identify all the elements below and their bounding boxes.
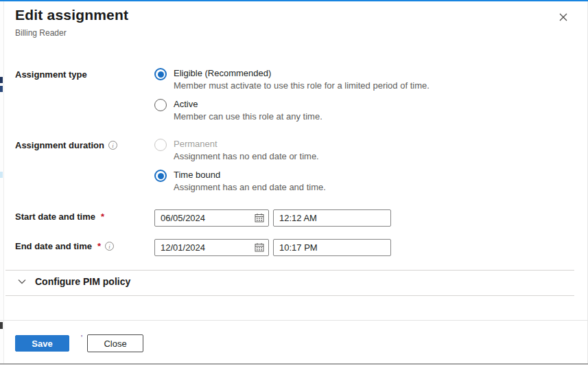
radio-option-eligible[interactable]: Eligible (Recommended) Member must activ… [154, 67, 430, 91]
start-date-input[interactable] [154, 209, 269, 227]
radio-description: Assignment has an end date and time. [174, 182, 326, 193]
pim-section-label[interactable]: Configure PIM policy [35, 276, 130, 287]
radio-label[interactable]: Active [174, 98, 322, 110]
assignment-type-label-text: Assignment type [15, 69, 87, 80]
stray-mark: ' [81, 334, 82, 342]
end-date-label-text: End date and time [15, 241, 92, 251]
x-icon [558, 12, 568, 22]
close-button[interactable]: Close [87, 334, 143, 352]
radio-button-selected[interactable] [154, 68, 167, 80]
radio-option-time-bound[interactable]: Time bound Assignment has an end date an… [154, 169, 326, 193]
background-fragment [0, 77, 3, 83]
start-date-label: Start date and time * [15, 211, 104, 222]
radio-button-selected[interactable] [154, 170, 167, 182]
divider [5, 270, 574, 271]
end-date-input[interactable] [154, 239, 269, 256]
end-date-fieldwrap [154, 239, 269, 256]
background-fragment [0, 322, 3, 329]
required-asterisk: * [97, 241, 101, 251]
save-button[interactable]: Save [15, 335, 69, 352]
footer-divider [0, 320, 588, 321]
required-asterisk: * [101, 211, 104, 222]
radio-label[interactable]: Eligible (Recommended) [174, 67, 430, 79]
radio-label[interactable]: Time bound [174, 169, 326, 181]
divider [5, 295, 574, 296]
radio-label: Permanent [174, 138, 319, 150]
panel-top-accent-line [0, 0, 588, 1]
radio-button-unselected[interactable] [154, 99, 167, 111]
end-date-label: End date and time * i [15, 241, 114, 251]
end-time-fieldwrap [273, 239, 391, 256]
assignment-duration-label: Assignment duration i [15, 140, 117, 150]
end-time-input[interactable] [273, 239, 391, 256]
start-date-fieldwrap [154, 209, 269, 227]
radio-option-active[interactable]: Active Member can use this role at any t… [154, 98, 322, 122]
radio-option-permanent: Permanent Assignment has no end date or … [154, 138, 319, 162]
radio-button-disabled [154, 139, 167, 151]
radio-description: Member can use this role at any time. [174, 111, 322, 122]
start-date-label-text: Start date and time [15, 211, 95, 222]
window-bottom-edge [0, 363, 588, 365]
calendar-icon[interactable] [255, 213, 264, 222]
info-icon[interactable]: i [105, 242, 114, 251]
chevron-down-icon [18, 279, 26, 284]
background-fragment [0, 86, 3, 92]
close-icon[interactable] [556, 10, 571, 25]
assignment-duration-label-text: Assignment duration [15, 140, 104, 150]
page-title: Edit assignment [15, 7, 128, 23]
assignment-type-label: Assignment type [15, 69, 87, 80]
start-time-fieldwrap [273, 209, 391, 227]
configure-pim-policy-expander[interactable]: Configure PIM policy [18, 276, 130, 287]
info-icon[interactable]: i [108, 141, 117, 150]
calendar-icon[interactable] [255, 242, 264, 252]
role-name-subtitle: Billing Reader [15, 28, 67, 38]
radio-description: Assignment has no end date or time. [174, 151, 319, 162]
start-time-input[interactable] [273, 209, 391, 227]
background-page-sliver [0, 1, 4, 363]
radio-description: Member must activate to use this role fo… [174, 80, 430, 91]
background-fragment [0, 172, 3, 178]
